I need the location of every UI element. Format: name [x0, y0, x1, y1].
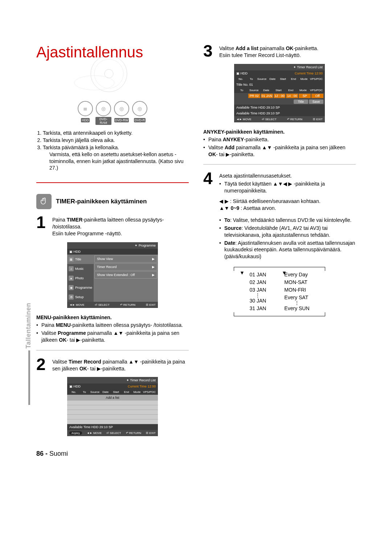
ui-programme-device: HDD — [74, 250, 81, 253]
dvd-r-label: DVD-R — [134, 118, 146, 122]
trl2-row-0 — [236, 94, 248, 98]
ui-foot-move: MOVE — [76, 303, 85, 306]
trl2-col-mode: Mode — [299, 77, 309, 81]
trl2-col-vps: VPS/PDC — [310, 77, 323, 81]
trl2-btn-title: Title — [294, 100, 308, 104]
trl-foot-exit: EXIT — [149, 431, 156, 435]
ui-trl-header: Timer Record List — [126, 378, 156, 382]
trl2-foot-select: SELECT — [265, 118, 277, 121]
ui-foot-exit: EXIT — [149, 303, 156, 306]
section-divider — [36, 182, 189, 183]
df-l0: 01 JAN — [249, 271, 266, 279]
s4-sub1: Täytä tiedot käyttäen ▲▼◀ ▶ -painikkeita… — [224, 180, 356, 194]
trl-col-to: To — [80, 390, 89, 394]
ui-trl-anykey: Anykey — [69, 431, 82, 435]
df-l1: 02 JAN — [249, 279, 266, 286]
ui-trl2-header: Timer Record List — [293, 65, 323, 69]
step-number-2: 2 — [36, 357, 49, 372]
s4-sub3-pre: ▲▼ — [219, 205, 231, 211]
step-1-body: Paina TIMER-painiketta laitteen ollessa … — [52, 215, 189, 237]
s4-bullet-to: To: Valitse, tehdäänkö tallennus DVD:lle… — [224, 217, 351, 224]
ak1-b: ANYKEY — [223, 137, 244, 142]
dvd-r-icon: ◎ — [132, 101, 147, 116]
s4-sub3-post: : Asettaa arvon. — [239, 205, 276, 211]
anykey-subhead: ANYKEY-painikkeen käyttäminen. — [203, 129, 356, 135]
ui-programme-header: Programme — [135, 244, 156, 247]
ak2-mid: painamalla ▲▼ -painikkeita ja paina sen … — [234, 145, 346, 150]
s2-post: - tai ▶-painiketta. — [87, 366, 126, 371]
mb1-pre: Paina — [41, 322, 56, 328]
mb2-b: Programme — [58, 330, 86, 336]
date-cycle-figure: ▼▼ 01 JAN 02 JAN 03 JAN ⋮ 30 JAN 31 JAN … — [232, 267, 327, 316]
ak1-pre: Paina — [208, 137, 223, 142]
s2-b: Timer Record — [69, 359, 101, 365]
side-tab-bar — [28, 350, 30, 405]
page-title: Ajastintallennus — [36, 44, 189, 61]
trl-col-vps: VPS/PDC — [143, 390, 156, 394]
df-l4: 30 JAN — [249, 297, 266, 305]
trl2-row-5: SP — [299, 94, 311, 98]
hdd-label: HDD — [81, 118, 90, 122]
ui-side-setup: Setup — [75, 295, 84, 299]
ui-side-programme: Programme — [75, 286, 92, 289]
step-number-3: 3 — [203, 44, 216, 59]
ui-foot-select: SELECT — [98, 303, 110, 306]
ui-trl2-current: Current Time 12:00 — [295, 72, 323, 75]
df-l3: ⋮ — [249, 294, 266, 297]
ui-side-title: Title — [75, 257, 81, 261]
ui-programme-screenshot: Programme ▣ HDD ▦Title ♫Music ▲Photo ◉Pr… — [67, 242, 158, 308]
ui-foot-return: RETURN — [123, 303, 135, 306]
ak2-post: - tai ▶-painiketta. — [216, 151, 255, 157]
trl2-rc-vps: VPS/PDC — [310, 89, 323, 92]
trl-col-start: Start — [111, 390, 121, 394]
mb1-post: -painiketta laitteen ollessa pysäytys- /… — [71, 322, 183, 328]
side-tab: Tallentaminen — [25, 303, 32, 349]
step-number-1: 1 — [36, 215, 49, 237]
s3-mid: painamalla — [258, 45, 286, 51]
trl2-row-4: 14 : 00 — [286, 94, 298, 98]
precheck-extra: Varmista, että kello on asetettu asetuks… — [49, 151, 189, 172]
ui-trl-add: Add a list — [67, 395, 158, 401]
ui-trl2-avail1: Available Time HDD 29:10 SP — [234, 105, 325, 110]
ui-trl-filled: Timer Record List ▣ HDDCurrent Time 12:0… — [234, 64, 325, 122]
trl-foot-select: SELECT — [110, 431, 121, 435]
precheck-3: Tarkista päivämäärä ja kellonaika. Varmi… — [43, 144, 189, 172]
hand-icon — [36, 194, 52, 209]
s4-b0-b: To — [224, 217, 230, 223]
trl2-row-3: 12 : 00 — [274, 94, 286, 98]
step1-bold: TIMER — [67, 217, 83, 223]
trl2-rc-source: Source — [249, 89, 260, 92]
trl-col-end: End — [122, 390, 131, 394]
dvd-ram-label: DVD-RAM — [95, 117, 111, 125]
menu-bullet-1: Paina MENU-painiketta laitteen ollessa p… — [41, 322, 183, 329]
ui-main-showview: Show View — [97, 257, 113, 261]
section-heading: TIMER-painikkeen käyttäminen — [56, 198, 147, 205]
precheck-2: Tarkista levyn jäljellä oleva aika. — [43, 137, 189, 144]
media-icon-row: ≣HDD ◎DVD-RAM ◎DVD-RW ◎DVD-R — [36, 101, 189, 125]
trl2-foot-return: RETURN — [290, 118, 302, 121]
trl2-col-end: End — [289, 77, 298, 81]
trl2-rc-to: To — [236, 89, 247, 92]
s3-after: Esiin tulee Timer Record List-näyttö. — [219, 52, 301, 58]
trl-foot-move: MOVE — [93, 431, 102, 435]
anykey-bullet-1: Paina ANYKEY-painiketta. — [208, 136, 269, 143]
trl-foot-return: RETURN — [129, 431, 141, 435]
anykey-bullet-2: Valitse Add painamalla ▲▼ -painikkeita j… — [208, 144, 356, 158]
ui-side-photo: Photo — [75, 276, 84, 280]
ui-main-svext: Show View Extended : Off — [97, 273, 135, 277]
mb1-b: MENU — [56, 322, 71, 328]
trl2-col-start: Start — [278, 77, 287, 81]
svg-point-3 — [74, 76, 114, 90]
s4-b2-b: Date — [224, 240, 235, 246]
df-r2: MON-FRI — [284, 286, 309, 294]
s4-bullet-date: Date: Ajastintallennuksen avulla voit as… — [224, 240, 356, 260]
s4-sub2: ◀ ▶ : Siirtää edelliseen/seuraavaan koht… — [219, 198, 356, 205]
df-l5: 31 JAN — [249, 305, 266, 312]
svg-point-0 — [91, 56, 127, 92]
ak2-pre: Valitse — [208, 145, 225, 150]
ui-trl2-device: HDD — [241, 72, 248, 75]
s2-pre: Valitse — [52, 359, 69, 365]
ak1-post: -painiketta. — [244, 137, 269, 142]
s3-b2: OK — [286, 45, 293, 51]
trl2-rc-mode: Mode — [298, 89, 309, 92]
